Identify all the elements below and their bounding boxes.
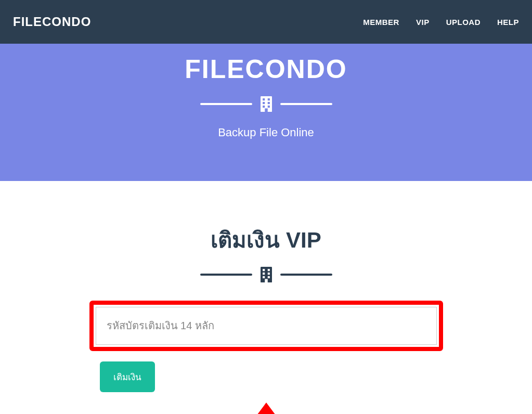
section-title: เติมเงิน VIP	[0, 223, 532, 257]
nav-link-vip[interactable]: VIP	[416, 18, 430, 27]
main-section: เติมเงิน VIP เติมเงิน	[0, 181, 532, 414]
svg-rect-4	[267, 102, 269, 104]
hero-section: FILECONDO Backup File Online	[0, 44, 532, 181]
svg-rect-9	[263, 269, 265, 271]
nav-link-help[interactable]: HELP	[497, 18, 519, 27]
svg-rect-11	[263, 273, 265, 275]
topup-button[interactable]: เติมเงิน	[100, 361, 155, 392]
divider-line-left	[200, 274, 252, 276]
navbar: FILECONDO MEMBER VIP UPLOAD HELP	[0, 0, 532, 44]
divider-line-right	[280, 274, 332, 276]
nav-link-member[interactable]: MEMBER	[363, 18, 399, 27]
nav-link-upload[interactable]: UPLOAD	[446, 18, 481, 27]
svg-rect-12	[267, 273, 269, 275]
svg-rect-13	[263, 276, 265, 278]
svg-rect-5	[263, 106, 265, 108]
svg-marker-16	[251, 403, 282, 414]
hero-title: FILECONDO	[0, 54, 532, 84]
svg-rect-14	[267, 276, 269, 278]
hero-divider	[0, 97, 532, 111]
divider-line-right	[280, 103, 332, 105]
svg-rect-1	[263, 98, 265, 100]
arrow-indicator	[89, 403, 443, 414]
navbar-links: MEMBER VIP UPLOAD HELP	[363, 18, 519, 27]
svg-rect-10	[267, 269, 269, 271]
building-icon	[261, 267, 272, 282]
svg-rect-6	[267, 106, 269, 108]
navbar-brand[interactable]: FILECONDO	[13, 15, 91, 29]
topup-code-input[interactable]	[96, 307, 437, 345]
svg-rect-3	[263, 102, 265, 104]
input-highlight-box	[89, 301, 443, 351]
topup-form: เติมเงิน	[79, 301, 453, 414]
svg-rect-15	[265, 279, 268, 282]
section-divider	[0, 267, 532, 282]
divider-line-left	[200, 103, 252, 105]
svg-rect-2	[267, 98, 269, 100]
building-icon	[261, 97, 272, 111]
svg-rect-7	[265, 108, 268, 112]
button-wrapper: เติมเงิน	[89, 361, 443, 392]
hero-subtitle: Backup File Online	[0, 126, 532, 139]
arrow-up-icon	[251, 403, 282, 414]
